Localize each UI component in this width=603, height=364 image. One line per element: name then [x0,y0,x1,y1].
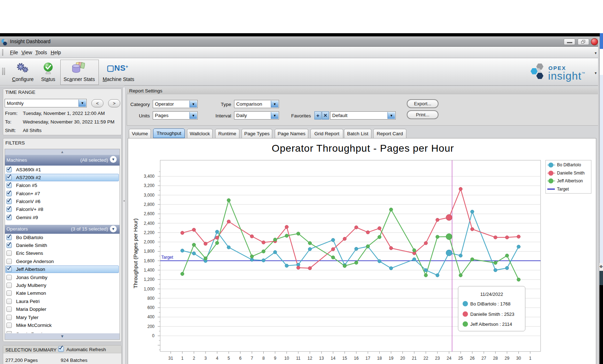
svg-text:600: 600 [147,305,154,310]
svg-text:6: 6 [239,356,242,361]
svg-text:30: 30 [516,356,521,361]
svg-text:9: 9 [274,356,277,361]
svg-text:25: 25 [458,356,463,361]
svg-text:12: 12 [308,356,313,361]
svg-text:14: 14 [331,356,336,361]
svg-text:1: 1 [181,356,184,361]
svg-text:31: 31 [168,356,173,361]
svg-text:Target: Target [161,255,173,260]
svg-text:Target: Target [557,187,569,192]
svg-text:2,800: 2,800 [144,202,154,207]
svg-text:13: 13 [319,356,324,361]
svg-text:Danielle Smith: Danielle Smith [557,171,584,176]
svg-text:200: 200 [147,324,154,329]
svg-text:3: 3 [204,356,207,361]
svg-text:29: 29 [505,356,510,361]
svg-text:11: 11 [296,356,301,361]
svg-text:8: 8 [262,356,265,361]
svg-text:18: 18 [377,356,382,361]
svg-text:4: 4 [216,356,218,361]
svg-text:2,400: 2,400 [144,221,154,226]
svg-text:19: 19 [389,356,394,361]
svg-text:800: 800 [147,296,154,301]
svg-text:1: 1 [529,356,532,361]
svg-text:26: 26 [470,356,475,361]
svg-text:1,400: 1,400 [144,268,154,273]
svg-text:1,000: 1,000 [144,287,154,292]
svg-text:400: 400 [147,314,154,319]
svg-text:24: 24 [447,356,452,361]
svg-text:2: 2 [193,356,195,361]
svg-text:Jeff Albertson: Jeff Albertson [557,178,583,183]
svg-text:Bo DiBartolo : 1768: Bo DiBartolo : 1768 [470,301,511,307]
svg-text:21: 21 [412,356,417,361]
svg-text:Danielle Smith : 2523: Danielle Smith : 2523 [470,312,515,317]
svg-text:16: 16 [354,356,359,361]
svg-text:22: 22 [424,356,429,361]
svg-text:15: 15 [342,356,347,361]
svg-text:23: 23 [435,356,440,361]
svg-text:1,600: 1,600 [144,258,154,263]
svg-text:20: 20 [400,356,405,361]
svg-text:3,400: 3,400 [144,174,154,179]
svg-text:2,000: 2,000 [144,239,154,244]
svg-text:27: 27 [481,356,486,361]
svg-text:1,200: 1,200 [144,277,154,282]
svg-text:3,200: 3,200 [144,183,154,188]
svg-text:5: 5 [228,356,230,361]
svg-text:0: 0 [152,333,154,338]
svg-text:11/24/2022: 11/24/2022 [480,292,503,297]
svg-text:1,800: 1,800 [144,249,154,254]
svg-text:3,000: 3,000 [144,193,154,198]
svg-text:17: 17 [365,356,370,361]
svg-text:28: 28 [493,356,498,361]
svg-text:Jeff Albertson : 2114: Jeff Albertson : 2114 [470,322,512,327]
svg-text:Bo DiBartolo: Bo DiBartolo [557,162,581,167]
svg-text:Throughput (Pages per Hour): Throughput (Pages per Hour) [132,218,138,288]
svg-text:2,600: 2,600 [144,211,154,216]
svg-text:2,200: 2,200 [144,230,154,235]
svg-text:7: 7 [251,356,253,361]
svg-text:Operator Throughput - Pages pe: Operator Throughput - Pages per Hour [272,143,454,154]
svg-text:10: 10 [284,356,289,361]
